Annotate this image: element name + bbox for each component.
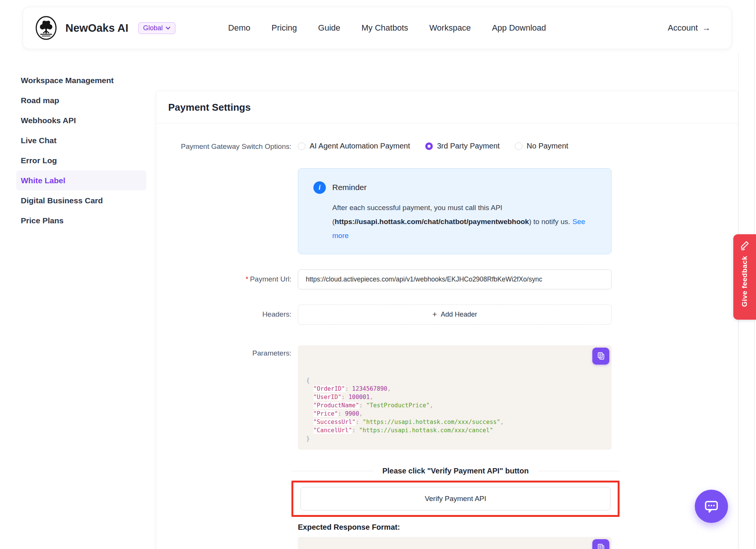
- divider-line: [291, 471, 373, 471]
- chat-bubble-icon: [703, 498, 720, 515]
- sidebar-item-label: Road map: [21, 96, 59, 105]
- parameters-code-block: { "OrderID": 1234567890, "UserID": 10000…: [298, 345, 612, 450]
- brand-name: NewOaks AI: [65, 22, 129, 34]
- payment-url-label: *Payment Url:: [156, 275, 298, 283]
- payment-url-row: *Payment Url:: [156, 269, 738, 289]
- parameters-label: Parameters:: [156, 345, 298, 357]
- reminder-alert: i Reminder After each successful payment…: [298, 168, 612, 254]
- sidebar-item-label: Workspace Management: [21, 76, 114, 85]
- region-label: Global: [143, 24, 163, 32]
- account-label: Account: [668, 23, 698, 33]
- top-navigation-bar: NewOaks AI Global Demo Pricing Guide My …: [23, 7, 731, 49]
- sidebar-item-label: Price Plans: [21, 216, 64, 225]
- region-selector[interactable]: Global: [138, 22, 175, 34]
- nav-my-chatbots[interactable]: My Chatbots: [361, 23, 408, 33]
- nav-app-download[interactable]: App Download: [492, 23, 546, 33]
- verify-payment-api-button[interactable]: Verify Payment API: [301, 487, 610, 510]
- newoaks-logo-icon: [34, 15, 58, 40]
- radio-label: 3rd Party Payment: [437, 142, 500, 150]
- radio-ai-agent-automation-payment[interactable]: AI Agent Automation Payment: [298, 142, 410, 150]
- copy-icon: [596, 543, 606, 549]
- give-feedback-tab[interactable]: Give feedback: [733, 234, 756, 320]
- sidebar-item-white-label[interactable]: White Label: [16, 170, 146, 190]
- info-icon: i: [313, 181, 326, 194]
- sidebar-item-label: Error Log: [21, 156, 57, 165]
- page-title: Payment Settings: [156, 91, 738, 124]
- sidebar: Workspace Management Road map Webhooks A…: [16, 70, 146, 230]
- sidebar-item-label: Webhooks API: [21, 116, 76, 125]
- arrow-right-icon: →: [702, 23, 711, 33]
- gateway-options-label: Payment Gateway Switch Options:: [156, 142, 298, 151]
- gateway-options-row: Payment Gateway Switch Options: AI Agent…: [156, 142, 738, 152]
- copy-response-button[interactable]: [592, 539, 609, 549]
- headers-row: Headers: + Add Header: [156, 305, 738, 325]
- radio-checked-icon: [425, 142, 433, 150]
- payment-url-input[interactable]: [298, 269, 612, 289]
- reminder-api-url: https://usapi.hottask.com/chat/chatbot/p…: [335, 218, 529, 226]
- nav-guide[interactable]: Guide: [318, 23, 341, 33]
- verify-instruction-divider: Please click "Verify Payment API" button: [291, 467, 620, 475]
- sidebar-item-webhooks-api[interactable]: Webhooks API: [16, 110, 146, 130]
- required-mark: *: [246, 275, 248, 283]
- reminder-text: ) to notify us.: [529, 218, 570, 226]
- give-feedback-label: Give feedback: [741, 256, 749, 307]
- expected-response-label: Expected Response Format:: [298, 523, 738, 532]
- chevron-down-icon: [166, 26, 170, 30]
- verify-instruction-text: Please click "Verify Payment API" button: [382, 467, 528, 475]
- reminder-row: i Reminder After each successful payment…: [156, 168, 738, 269]
- account-button[interactable]: Account →: [668, 23, 711, 33]
- radio-no-payment[interactable]: No Payment: [515, 142, 568, 150]
- response-code-block: { "Data": { "URL": "https://checkout.str…: [298, 537, 612, 549]
- payment-settings-panel: Payment Settings Payment Gateway Switch …: [156, 91, 738, 549]
- reminder-body: After each successful payment, you must …: [332, 201, 597, 243]
- add-header-button[interactable]: + Add Header: [298, 305, 612, 325]
- sidebar-item-digital-business-card[interactable]: Digital Business Card: [16, 190, 146, 210]
- headers-label: Headers:: [156, 310, 298, 319]
- main-nav: Demo Pricing Guide My Chatbots Workspace…: [228, 23, 546, 33]
- add-header-label: Add Header: [441, 311, 477, 319]
- sidebar-item-live-chat[interactable]: Live Chat: [16, 130, 146, 150]
- radio-label: No Payment: [527, 142, 568, 150]
- page: NewOaks AI Global Demo Pricing Guide My …: [0, 0, 756, 549]
- plus-icon: +: [432, 310, 437, 319]
- sidebar-item-label: White Label: [21, 176, 65, 185]
- reminder-title: Reminder: [332, 183, 367, 192]
- divider-line: [538, 471, 620, 471]
- radio-3rd-party-payment[interactable]: 3rd Party Payment: [425, 142, 500, 150]
- pencil-icon: [739, 240, 750, 251]
- sidebar-item-error-log[interactable]: Error Log: [16, 150, 146, 170]
- radio-unchecked-icon: [515, 142, 522, 150]
- radio-label: AI Agent Automation Payment: [310, 142, 410, 150]
- copy-icon: [596, 351, 606, 360]
- sidebar-item-label: Digital Business Card: [21, 196, 103, 205]
- sidebar-item-road-map[interactable]: Road map: [16, 90, 146, 110]
- sidebar-item-price-plans[interactable]: Price Plans: [16, 210, 146, 230]
- parameters-row: Parameters: { "OrderID": 123: [156, 345, 738, 450]
- red-annotation-box: Verify Payment API: [291, 481, 620, 517]
- sidebar-item-workspace-management[interactable]: Workspace Management: [16, 70, 146, 90]
- copy-parameters-button[interactable]: [592, 348, 609, 365]
- radio-unchecked-icon: [298, 142, 305, 150]
- chat-widget-button[interactable]: [695, 490, 728, 523]
- nav-workspace[interactable]: Workspace: [429, 23, 471, 33]
- nav-demo[interactable]: Demo: [228, 23, 251, 33]
- nav-pricing[interactable]: Pricing: [271, 23, 297, 33]
- sidebar-item-label: Live Chat: [21, 136, 57, 145]
